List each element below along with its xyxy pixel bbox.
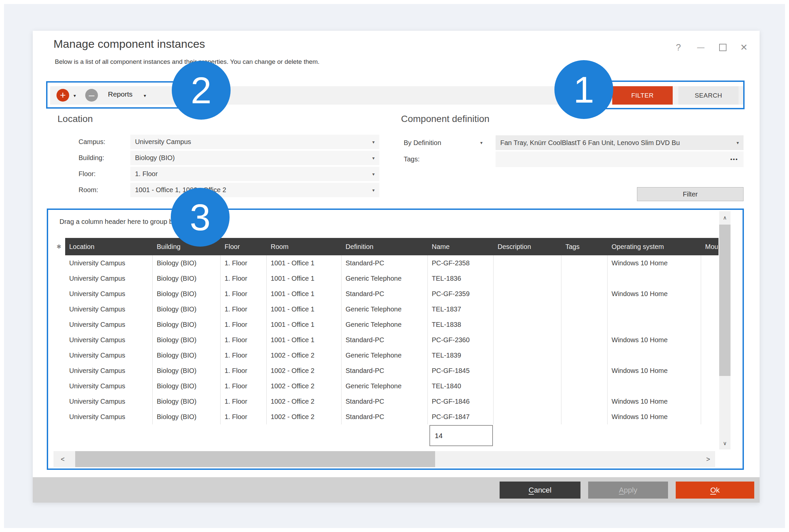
apply-label-rest: pply (624, 486, 637, 495)
definition-select[interactable]: Fan Tray, Knürr CoolBlastT 6 Fan Unit, L… (496, 135, 744, 150)
component-definition-heading: Component definition (401, 114, 489, 124)
help-icon: ? (676, 42, 681, 53)
campus-select[interactable]: University Campus ▾ (130, 135, 379, 149)
floor-label: Floor: (79, 167, 96, 181)
help-button[interactable]: ? (671, 41, 686, 54)
annotation-circle-1: 1 (554, 60, 613, 119)
location-heading: Location (57, 114, 93, 124)
campus-label: Campus: (79, 135, 105, 149)
cancel-label: C (529, 486, 534, 495)
minimize-button[interactable]: — (693, 41, 708, 54)
minimize-icon: — (697, 43, 705, 52)
floor-value: 1. Floor (135, 170, 158, 178)
ok-button[interactable]: Ok (676, 481, 754, 499)
annotation-circle-2: 2 (172, 61, 231, 120)
floor-select[interactable]: 1. Floor ▾ (130, 167, 379, 181)
chevron-down-icon: ▾ (480, 140, 483, 145)
ok-label-rest: k (716, 486, 720, 495)
campus-value: University Campus (135, 138, 191, 146)
chevron-down-icon: ▾ (372, 139, 374, 145)
chevron-down-icon: ▾ (372, 188, 374, 193)
annotation-box-1 (598, 80, 745, 109)
annotation-box-3 (47, 209, 744, 470)
by-definition-select[interactable]: By Definition ▾ (404, 135, 487, 150)
apply-button[interactable]: Apply (588, 481, 668, 499)
room-select[interactable]: 1001 - Office 1, 1002 - Office 2 ▾ (130, 183, 379, 197)
cancel-label-rest: ancel (534, 486, 552, 495)
page-title: Manage component instances (54, 37, 205, 51)
building-select[interactable]: Biology (BIO) ▾ (130, 151, 379, 165)
maximize-icon (719, 44, 727, 51)
building-value: Biology (BIO) (135, 154, 175, 162)
tags-label: Tags: (404, 151, 420, 167)
cancel-button[interactable]: Cancel (500, 481, 580, 499)
ellipsis-icon[interactable]: ••• (730, 156, 738, 163)
maximize-button[interactable] (715, 41, 730, 54)
close-icon: ✕ (740, 42, 748, 53)
room-label: Room: (79, 183, 98, 197)
annotation-box-2 (46, 81, 187, 109)
filter-button[interactable]: Filter (637, 187, 744, 201)
building-label: Building: (79, 151, 104, 165)
annotation-circle-3: 3 (171, 188, 230, 247)
definition-value: Fan Tray, Knürr CoolBlastT 6 Fan Unit, L… (500, 139, 680, 147)
close-button[interactable]: ✕ (736, 41, 751, 54)
chevron-down-icon: ▾ (372, 155, 374, 161)
ok-label: O (710, 486, 716, 495)
chevron-down-icon: ▾ (736, 140, 739, 145)
apply-label: A (619, 486, 624, 495)
chevron-down-icon: ▾ (372, 171, 374, 177)
tags-input[interactable]: ••• (496, 151, 744, 167)
by-definition-value: By Definition (404, 139, 441, 147)
